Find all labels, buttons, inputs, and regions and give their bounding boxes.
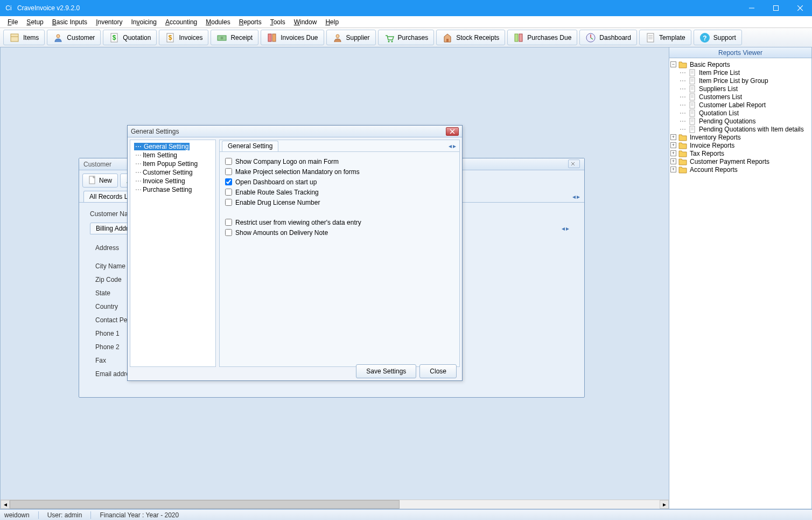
tree-item[interactable]: ⋯Pending Quotations — [670, 117, 810, 125]
svg-point-19 — [391, 40, 393, 42]
new-button[interactable]: New — [82, 174, 118, 188]
tree-folder-basic-reports[interactable]: −Basic Reports — [670, 60, 810, 68]
tree-item[interactable]: ⋯Suppliers List — [670, 85, 810, 93]
expand-icon[interactable]: + — [670, 134, 676, 140]
expand-icon[interactable]: + — [670, 158, 676, 164]
tree-folder[interactable]: +Tax Reports — [670, 149, 810, 157]
toolbar-purchases-due[interactable]: Purchases Due — [507, 30, 577, 45]
subtab-prev-icon[interactable]: ◂ — [562, 225, 565, 232]
menubar: File Setup Basic Inputs Inventory Invoic… — [0, 16, 812, 28]
supplier-icon — [332, 32, 343, 43]
menu-accounting[interactable]: Accounting — [161, 17, 201, 27]
toolbar-stock-receipts[interactable]: Stock Receipts — [436, 30, 505, 45]
option-checkbox[interactable] — [225, 168, 232, 175]
option-row: Restrict user from viewing other's data … — [225, 217, 454, 227]
tree-item[interactable]: ⋯Item Price List by Group — [670, 77, 810, 85]
tree-folder[interactable]: +Inventory Reports — [670, 133, 810, 141]
option-row: Open Dashboard on start up — [225, 177, 454, 187]
option-label: Make Project selection Mandatory on form… — [235, 168, 360, 176]
svg-rect-15 — [268, 34, 271, 41]
toolbar-label: Stock Receipts — [456, 34, 499, 41]
svg-rect-47 — [690, 94, 695, 100]
settings-tree-invoice-setting[interactable]: ⋯Invoice Setting — [132, 177, 213, 185]
settings-tree-general-setting[interactable]: ⋯General Setting — [132, 142, 213, 151]
tree-item[interactable]: ⋯Item Price List — [670, 68, 810, 77]
settings-tree-customer-setting[interactable]: ⋯Customer Setting — [132, 168, 213, 177]
horizontal-scrollbar[interactable]: ◂ ▸ — [1, 500, 669, 509]
option-checkbox[interactable] — [225, 219, 232, 226]
svg-rect-43 — [690, 86, 695, 92]
menu-reports[interactable]: Reports — [235, 17, 266, 27]
svg-rect-24 — [647, 33, 654, 42]
expand-icon[interactable]: + — [670, 167, 676, 172]
close-settings-button[interactable]: Close — [419, 364, 457, 378]
collapse-icon[interactable]: − — [670, 61, 676, 67]
customer-close-button[interactable] — [568, 160, 580, 168]
settings-tree-item-setting[interactable]: ⋯Item Setting — [132, 151, 213, 160]
settings-close-button[interactable] — [446, 127, 459, 136]
menu-help[interactable]: Help — [321, 17, 343, 27]
option-checkbox[interactable] — [225, 189, 232, 196]
svg-text:$: $ — [169, 34, 172, 41]
toolbar-customer[interactable]: Customer — [47, 30, 101, 45]
tree-item[interactable]: ⋯Customer Label Report — [670, 101, 810, 109]
toolbar-support[interactable]: ?Support — [694, 30, 742, 45]
toolbar-invoices[interactable]: $Invoices — [159, 30, 208, 45]
menu-window[interactable]: Window — [290, 17, 321, 27]
option-checkbox[interactable] — [225, 158, 232, 165]
tree-folder[interactable]: +Invoice Reports — [670, 141, 810, 149]
settings-tab-prev-icon[interactable]: ◂ — [449, 142, 452, 150]
toolbar: ItemsCustomer$Quotation$InvoicesReceiptI… — [0, 28, 812, 47]
save-settings-button[interactable]: Save Settings — [356, 364, 416, 378]
settings-tab-general[interactable]: General Setting — [222, 141, 278, 151]
statusbar: weidown User: admin Financial Year : Yea… — [0, 509, 812, 520]
expand-icon[interactable]: + — [670, 150, 676, 156]
tab-next-icon[interactable]: ▸ — [577, 193, 580, 200]
svg-rect-6 — [11, 34, 18, 41]
toolbar-quotation[interactable]: $Quotation — [103, 30, 157, 45]
menu-invoicing[interactable]: Invoicing — [127, 17, 161, 27]
option-checkbox[interactable] — [225, 229, 232, 236]
option-label: Restrict user from viewing other's data … — [235, 219, 361, 226]
subtab-next-icon[interactable]: ▸ — [566, 225, 569, 232]
scroll-right-icon[interactable]: ▸ — [660, 500, 669, 509]
svg-rect-21 — [515, 34, 518, 41]
settings-tree-item-popup-setting[interactable]: ⋯Item Popup Setting — [132, 160, 213, 168]
toolbar-items[interactable]: Items — [3, 30, 45, 45]
toolbar-invoices-due[interactable]: Invoices Due — [261, 30, 324, 45]
tree-item[interactable]: ⋯Quotation List — [670, 109, 810, 117]
menu-setup[interactable]: Setup — [22, 17, 47, 27]
option-row: Show Company Logo on main Form — [225, 156, 454, 167]
toolbar-receipt[interactable]: Receipt — [211, 30, 258, 45]
scroll-left-icon[interactable]: ◂ — [1, 500, 10, 509]
tree-folder[interactable]: +Customer Payment Reports — [670, 157, 810, 165]
menu-tools[interactable]: Tools — [266, 17, 290, 27]
toolbar-dashboard[interactable]: Dashboard — [579, 30, 637, 45]
toolbar-supplier[interactable]: Supplier — [326, 30, 376, 45]
settings-tab-next-icon[interactable]: ▸ — [453, 142, 456, 150]
toolbar-purchases[interactable]: Purchases — [378, 30, 435, 45]
svg-point-17 — [336, 34, 339, 38]
scroll-thumb[interactable] — [10, 500, 400, 509]
minimize-button[interactable] — [739, 0, 764, 16]
menu-inventory[interactable]: Inventory — [92, 17, 127, 27]
new-icon — [88, 176, 97, 186]
tree-item[interactable]: ⋯Customers List — [670, 93, 810, 101]
option-checkbox[interactable] — [225, 199, 232, 206]
tree-folder[interactable]: +Account Reports — [670, 165, 810, 174]
close-button[interactable] — [788, 0, 812, 16]
maximize-button[interactable] — [764, 0, 788, 16]
option-row: Enable Drug License Number — [225, 197, 454, 207]
option-checkbox[interactable] — [225, 178, 232, 185]
toolbar-template[interactable]: Template — [639, 30, 691, 45]
menu-basic-inputs[interactable]: Basic Inputs — [48, 17, 92, 27]
expand-icon[interactable]: + — [670, 142, 676, 148]
menu-modules[interactable]: Modules — [201, 17, 234, 27]
settings-tree-purchase-setting[interactable]: ⋯Purchase Setting — [132, 185, 213, 194]
toolbar-label: Items — [23, 34, 39, 41]
tree-item[interactable]: ⋯Pending Quotations with Item details — [670, 125, 810, 133]
menu-file[interactable]: File — [3, 17, 22, 27]
svg-text:$: $ — [113, 34, 116, 41]
tab-prev-icon[interactable]: ◂ — [572, 193, 576, 200]
svg-rect-59 — [690, 118, 695, 124]
